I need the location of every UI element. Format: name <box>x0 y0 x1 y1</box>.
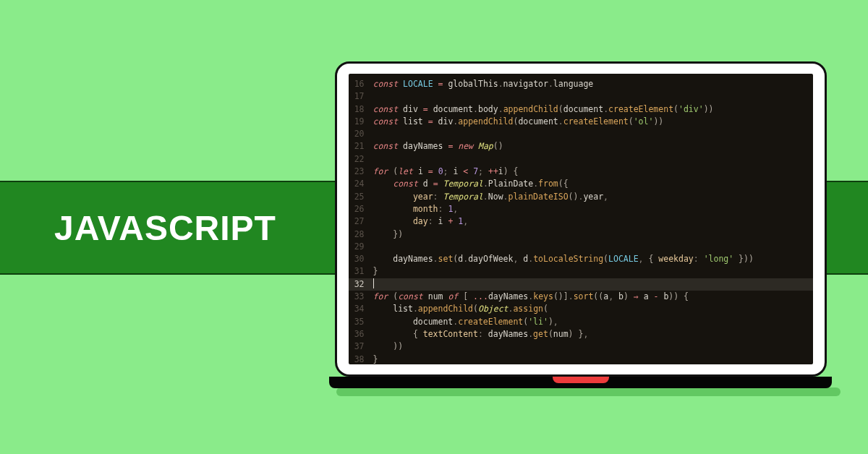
laptop-screen: 16const LOCALE = globalThis.navigator.la… <box>335 61 827 377</box>
code-content: const list = div.appendChild(document.cr… <box>373 116 664 128</box>
code-editor: 16const LOCALE = globalThis.navigator.la… <box>349 74 813 364</box>
line-number: 37 <box>349 340 373 353</box>
code-line: 32 <box>349 278 813 291</box>
line-number: 25 <box>349 191 373 203</box>
code-content: { textContent: dayNames.get(num) }, <box>373 328 589 340</box>
line-number: 28 <box>349 228 373 241</box>
code-content: document.createElement('li'), <box>373 316 558 328</box>
line-number: 29 <box>349 241 373 253</box>
line-number: 20 <box>349 128 373 140</box>
code-line: 37 )) <box>349 340 813 353</box>
line-number: 22 <box>349 153 373 166</box>
laptop-notch <box>553 377 609 383</box>
code-content: const div = document.body.appendChild(do… <box>373 103 714 116</box>
code-line: 38} <box>349 354 813 364</box>
code-line: 25 year: Temporal.Now.plainDateISO().yea… <box>349 191 813 203</box>
code-content: for (let i = 0; i < 7; ++i) { <box>373 166 519 178</box>
line-number: 32 <box>349 278 373 291</box>
code-line: 19const list = div.appendChild(document.… <box>349 116 813 128</box>
line-number: 36 <box>349 328 373 340</box>
code-line: 18const div = document.body.appendChild(… <box>349 103 813 116</box>
laptop-illustration: 16const LOCALE = globalThis.navigator.la… <box>329 61 832 389</box>
line-number: 27 <box>349 215 373 228</box>
code-line: 21const dayNames = new Map() <box>349 140 813 153</box>
code-content: list.appendChild(Object.assign( <box>373 303 548 315</box>
line-number: 18 <box>349 103 373 116</box>
code-content: const dayNames = new Map() <box>373 140 503 153</box>
line-number: 30 <box>349 253 373 265</box>
code-content: const d = Temporal.PlainDate.from({ <box>373 178 569 190</box>
line-number: 21 <box>349 140 373 153</box>
laptop-shadow <box>336 387 841 396</box>
code-line: 23for (let i = 0; i < 7; ++i) { <box>349 166 813 178</box>
line-number: 35 <box>349 316 373 328</box>
code-content: const LOCALE = globalThis.navigator.lang… <box>373 78 594 90</box>
code-line: 30 dayNames.set(d.dayOfWeek, d.toLocaleS… <box>349 253 813 265</box>
code-content: month: 1, <box>373 203 459 215</box>
line-number: 26 <box>349 203 373 215</box>
line-number: 19 <box>349 116 373 128</box>
code-line: 36 { textContent: dayNames.get(num) }, <box>349 328 813 340</box>
line-number: 24 <box>349 178 373 190</box>
line-number: 34 <box>349 303 373 315</box>
code-content: } <box>373 265 378 278</box>
code-content: day: i + 1, <box>373 215 469 228</box>
code-line: 31} <box>349 265 813 278</box>
code-content: for (const num of [ ...dayNames.keys()].… <box>373 291 689 303</box>
code-content: )) <box>373 340 404 353</box>
laptop-base <box>329 377 832 388</box>
line-number: 31 <box>349 265 373 278</box>
line-number: 23 <box>349 166 373 178</box>
code-content: year: Temporal.Now.plainDateISO().year, <box>373 191 609 203</box>
code-content: }) <box>373 228 404 241</box>
code-line: 24 const d = Temporal.PlainDate.from({ <box>349 178 813 190</box>
text-cursor <box>373 278 374 288</box>
line-number: 33 <box>349 291 373 303</box>
code-line: 35 document.createElement('li'), <box>349 316 813 328</box>
code-line: 17 <box>349 90 813 103</box>
code-line: 22 <box>349 153 813 166</box>
line-number: 17 <box>349 90 373 103</box>
line-number: 38 <box>349 354 373 364</box>
code-content: } <box>373 354 378 364</box>
code-line: 29 <box>349 241 813 253</box>
line-number: 16 <box>349 78 373 90</box>
code-line: 26 month: 1, <box>349 203 813 215</box>
page-title: JAVASCRIPT <box>54 208 276 248</box>
code-line: 27 day: i + 1, <box>349 215 813 228</box>
code-line: 20 <box>349 128 813 140</box>
code-line: 34 list.appendChild(Object.assign( <box>349 303 813 315</box>
code-line: 33for (const num of [ ...dayNames.keys()… <box>349 291 813 303</box>
code-content: dayNames.set(d.dayOfWeek, d.toLocaleStri… <box>373 253 754 265</box>
code-content <box>373 278 374 291</box>
code-line: 16const LOCALE = globalThis.navigator.la… <box>349 78 813 90</box>
code-line: 28 }) <box>349 228 813 241</box>
